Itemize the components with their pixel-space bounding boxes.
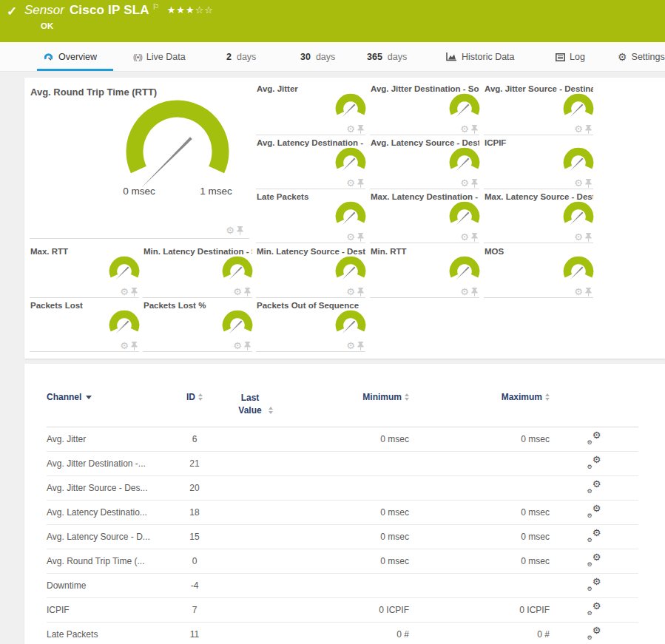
- table-row[interactable]: Avg. Latency Destinatio... 18 0 msec 0 m…: [47, 500, 638, 524]
- gauge-panel-avg-latency-source-dest[interactable]: Avg. Latency Source - Destin... ⚙: [370, 136, 479, 189]
- channel-settings-gears-icon[interactable]: ⚙⚙: [587, 432, 601, 444]
- gauge-panel-avg-jitter[interactable]: Avg. Jitter ⚙: [256, 82, 365, 135]
- channel-settings-gears-icon[interactable]: ⚙⚙: [587, 627, 601, 640]
- table-row[interactable]: Downtime -4 ⚙⚙: [47, 573, 638, 597]
- panel-pin-icon[interactable]: [237, 226, 243, 235]
- panel-gear-icon[interactable]: ⚙: [120, 287, 129, 296]
- tab-number: 365: [367, 52, 382, 62]
- channel-id: 6: [165, 427, 224, 451]
- table-row[interactable]: Late Packets 11 0 # 0 # ⚙⚙: [47, 622, 638, 644]
- tab-365-days[interactable]: 365 days: [367, 42, 407, 72]
- panel-pin-icon[interactable]: [585, 288, 592, 296]
- table-row[interactable]: Avg. Jitter Source - Des... 20 ⚙⚙: [47, 475, 638, 500]
- column-header-last-value[interactable]: Last Value: [224, 386, 283, 427]
- gauge-panel-avg-latency-dest-source[interactable]: Avg. Latency Destination - So... ⚙: [256, 136, 365, 189]
- gauge-panel-mos[interactable]: MOS ⚙: [484, 245, 593, 298]
- panel-pin-icon[interactable]: [585, 179, 592, 188]
- gauge-panel-max-latency-source-dest[interactable]: Max. Latency Source - Destin... ⚙: [484, 190, 593, 243]
- column-header-id[interactable]: ID: [165, 386, 224, 427]
- channel-settings-gears-icon[interactable]: ⚙⚙: [587, 554, 601, 566]
- channel-settings-gears-icon[interactable]: ⚙⚙: [587, 603, 601, 615]
- table-row[interactable]: Avg. Jitter 6 0 msec 0 msec ⚙⚙: [47, 427, 638, 451]
- gauge-panel-max-rtt[interactable]: Max. RTT ⚙: [30, 245, 139, 298]
- panel-gear-icon[interactable]: ⚙: [346, 178, 355, 188]
- channel-settings-gears-icon[interactable]: ⚙⚙: [587, 481, 601, 493]
- gauge-panel-late-packets[interactable]: Late Packets ⚙: [256, 190, 365, 243]
- channel-name: Avg. Round Trip Time (...: [47, 549, 165, 573]
- tab-settings[interactable]: ⚙ Settings: [618, 42, 665, 72]
- panel-gear-icon[interactable]: ⚙: [574, 287, 583, 296]
- panel-gear-icon[interactable]: ⚙: [346, 124, 355, 134]
- column-header-channel[interactable]: Channel: [47, 386, 165, 427]
- historic-chart-icon: [446, 52, 457, 61]
- column-header-minimum[interactable]: Minimum: [283, 386, 409, 427]
- panel-gear-icon[interactable]: ⚙: [120, 341, 129, 350]
- tab-live-data[interactable]: ((•)) Live Data: [133, 42, 186, 72]
- stars-filled: ★★★: [167, 4, 195, 16]
- channel-minimum: [283, 475, 409, 500]
- gauge-panel-packets-lost[interactable]: Packets Lost ⚙: [30, 299, 139, 352]
- panel-gear-icon[interactable]: ⚙: [574, 232, 583, 242]
- panel-pin-icon[interactable]: [244, 342, 251, 350]
- flag-icon[interactable]: ⚐: [152, 2, 160, 12]
- panel-pin-icon[interactable]: [471, 125, 478, 134]
- gauge-panel-max-latency-dest-source[interactable]: Max. Latency Destination - So... ⚙: [370, 190, 479, 243]
- sort-toggle-icon: [198, 393, 203, 401]
- gauge-panel-icpif[interactable]: ICPIF ⚙: [484, 136, 593, 189]
- panel-gear-icon[interactable]: ⚙: [460, 178, 469, 188]
- panel-pin-icon[interactable]: [131, 342, 138, 350]
- panel-pin-icon[interactable]: [357, 179, 364, 188]
- channel-gauge: [333, 254, 368, 288]
- panel-gear-icon[interactable]: ⚙: [346, 341, 355, 350]
- panel-pin-icon[interactable]: [471, 233, 478, 242]
- status-check-icon: ✓: [7, 4, 17, 19]
- channel-settings-gears-icon[interactable]: ⚙⚙: [587, 456, 601, 469]
- panel-gear-icon[interactable]: ⚙: [233, 287, 242, 296]
- gauge-panel-min-rtt[interactable]: Min. RTT ⚙: [370, 245, 479, 298]
- channel-settings-gears-icon[interactable]: ⚙⚙: [587, 578, 601, 591]
- tab-log[interactable]: Log: [556, 42, 585, 72]
- panel-pin-icon[interactable]: [357, 288, 364, 296]
- tab-overview[interactable]: Overview: [43, 42, 97, 72]
- gauge-panel-packets-lost-pct[interactable]: Packets Lost % ⚙: [143, 299, 252, 352]
- panel-gear-icon[interactable]: ⚙: [460, 232, 469, 242]
- channel-gauge: [447, 145, 482, 179]
- tab-2-days[interactable]: 2 days: [226, 42, 256, 72]
- panel-gear-icon[interactable]: ⚙: [226, 226, 234, 235]
- column-header-maximum[interactable]: Maximum: [409, 386, 550, 427]
- table-row[interactable]: Avg. Round Trip Time (... 0 0 msec 0 mse…: [47, 549, 638, 573]
- gauge-panel-avg-rtt[interactable]: Avg. Round Trip Time (RTT) 0 msec 1 msec…: [30, 82, 249, 239]
- panel-gear-icon[interactable]: ⚙: [460, 287, 469, 296]
- channel-settings-gears-icon[interactable]: ⚙⚙: [587, 505, 601, 518]
- panel-pin-icon[interactable]: [585, 233, 592, 242]
- channel-minimum: 0 msec: [283, 549, 409, 573]
- panel-gear-icon[interactable]: ⚙: [574, 124, 583, 134]
- priority-stars[interactable]: ★★★☆☆: [167, 4, 214, 16]
- gauge-panel-min-latency-dest-source[interactable]: Min. Latency Destination - So... ⚙: [143, 245, 252, 298]
- tab-30-days[interactable]: 30 days: [300, 42, 335, 72]
- table-row[interactable]: Avg. Jitter Destination -... 21 ⚙⚙: [47, 451, 638, 475]
- panel-pin-icon[interactable]: [471, 179, 478, 188]
- panel-gear-icon[interactable]: ⚙: [346, 232, 355, 242]
- panel-pin-icon[interactable]: [585, 125, 592, 134]
- channel-gauge: [220, 254, 255, 288]
- table-row[interactable]: ICPIF 7 0 ICPIF 0 ICPIF ⚙⚙: [47, 597, 638, 622]
- panel-pin-icon[interactable]: [244, 288, 251, 296]
- table-row[interactable]: Avg. Latency Source - D... 15 0 msec 0 m…: [47, 524, 638, 549]
- panel-gear-icon[interactable]: ⚙: [460, 124, 469, 134]
- panel-pin-icon[interactable]: [357, 125, 364, 134]
- channel-settings-gears-icon[interactable]: ⚙⚙: [587, 529, 601, 542]
- panel-gear-icon[interactable]: ⚙: [233, 341, 242, 350]
- panel-pin-icon[interactable]: [357, 233, 364, 242]
- tab-historic-data[interactable]: Historic Data: [446, 42, 515, 72]
- gauge-panel-packets-out-of-sequence[interactable]: Packets Out of Sequence ⚙: [256, 299, 365, 352]
- active-tab-indicator: [37, 69, 113, 71]
- gauge-panel-avg-jitter-source-dest[interactable]: Avg. Jitter Source - Destination ⚙: [484, 82, 593, 135]
- panel-pin-icon[interactable]: [471, 288, 478, 296]
- panel-pin-icon[interactable]: [357, 342, 364, 350]
- panel-pin-icon[interactable]: [131, 288, 138, 296]
- gauge-panel-min-latency-source-dest[interactable]: Min. Latency Source - Destina... ⚙: [256, 245, 365, 298]
- gauge-panel-avg-jitter-dest-source[interactable]: Avg. Jitter Destination - Source ⚙: [370, 82, 479, 135]
- panel-gear-icon[interactable]: ⚙: [346, 287, 355, 296]
- panel-gear-icon[interactable]: ⚙: [574, 178, 583, 188]
